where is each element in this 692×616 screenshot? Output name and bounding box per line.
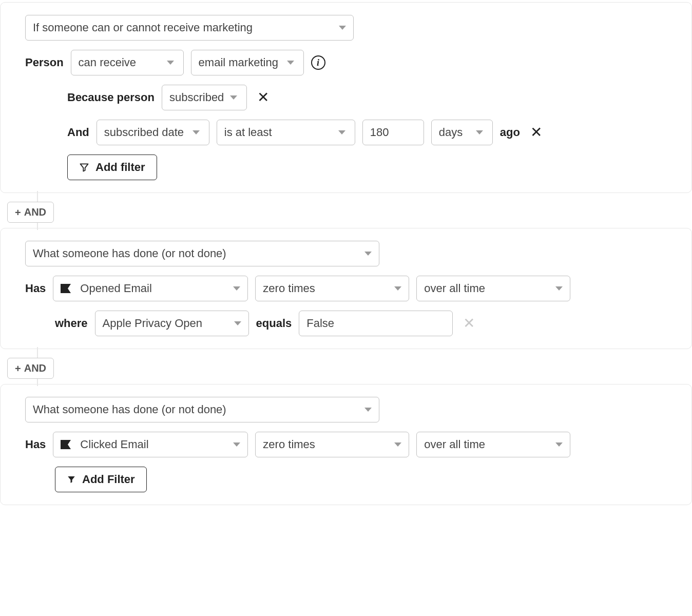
- flag-icon: [61, 440, 72, 449]
- and-connector-button[interactable]: + AND: [7, 358, 54, 379]
- date-unit-select[interactable]: days: [431, 120, 493, 145]
- chevron-down-icon: [339, 26, 346, 30]
- metric-value: Clicked Email: [80, 438, 148, 451]
- count-select[interactable]: zero times: [255, 432, 409, 457]
- add-filter-label: Add filter: [95, 161, 145, 174]
- add-filter-label: Add Filter: [82, 473, 135, 486]
- and-label: AND: [24, 362, 46, 374]
- where-op-label: equals: [256, 317, 292, 330]
- where-value-text: False: [306, 317, 334, 330]
- chevron-down-icon: [230, 95, 237, 100]
- timeframe-value: over all time: [424, 438, 485, 451]
- connector-2: + AND: [37, 351, 692, 382]
- condition-type-label: If someone can or cannot receive marketi…: [33, 21, 253, 34]
- date-unit-value: days: [439, 126, 463, 139]
- date-comparator-value: is at least: [224, 126, 272, 139]
- because-select[interactable]: subscribed: [162, 85, 247, 110]
- channel-select[interactable]: email marketing: [191, 50, 304, 75]
- person-label: Person: [25, 56, 64, 69]
- ago-label: ago: [500, 126, 520, 139]
- chevron-down-icon: [233, 442, 240, 447]
- where-field-value: Apple Privacy Open: [103, 317, 202, 330]
- plus-icon: +: [15, 363, 21, 374]
- chevron-down-icon: [364, 408, 372, 412]
- flag-icon: [61, 284, 72, 293]
- chevron-down-icon: [555, 442, 563, 447]
- filter-block-1: If someone can or cannot receive marketi…: [0, 2, 692, 193]
- has-label: Has: [25, 438, 46, 451]
- remove-date-button[interactable]: ✕: [527, 125, 545, 140]
- metric-select[interactable]: Clicked Email: [53, 432, 248, 457]
- chevron-down-icon: [233, 286, 240, 291]
- add-filter-button[interactable]: Add Filter: [55, 467, 147, 492]
- remove-because-button[interactable]: ✕: [254, 90, 272, 105]
- chevron-down-icon: [234, 321, 241, 325]
- because-value: subscribed: [169, 91, 224, 104]
- count-value: zero times: [263, 438, 315, 451]
- where-value-input[interactable]: False: [299, 311, 453, 336]
- and-label: AND: [24, 206, 46, 218]
- has-label: Has: [25, 282, 46, 295]
- chevron-down-icon: [167, 61, 174, 65]
- filter-block-2: What someone has done (or not done) Has …: [0, 228, 692, 349]
- chevron-down-icon: [394, 286, 401, 291]
- where-label: where: [55, 317, 88, 330]
- metric-select[interactable]: Opened Email: [53, 276, 248, 301]
- condition-type-select[interactable]: If someone can or cannot receive marketi…: [25, 15, 354, 41]
- filter-icon: [79, 162, 89, 172]
- date-field-select[interactable]: subscribed date: [97, 120, 209, 145]
- chevron-down-icon: [287, 61, 294, 65]
- chevron-down-icon: [476, 130, 483, 134]
- timeframe-select[interactable]: over all time: [416, 432, 570, 457]
- timeframe-value: over all time: [424, 282, 485, 295]
- because-label: Because person: [67, 91, 155, 104]
- channel-value: email marketing: [199, 56, 278, 69]
- filter-icon: [67, 475, 76, 484]
- timeframe-select[interactable]: over all time: [416, 276, 570, 301]
- chevron-down-icon: [338, 130, 345, 134]
- chevron-down-icon: [193, 130, 200, 134]
- connector-1: + AND: [37, 195, 692, 226]
- filter-block-3: What someone has done (or not done) Has …: [0, 384, 692, 505]
- date-comparator-select[interactable]: is at least: [217, 120, 355, 145]
- plus-icon: +: [15, 207, 21, 218]
- date-field-value: subscribed date: [104, 126, 184, 139]
- condition-type-select[interactable]: What someone has done (or not done): [25, 241, 379, 266]
- where-field-select[interactable]: Apple Privacy Open: [95, 311, 249, 336]
- chevron-down-icon: [394, 442, 401, 447]
- date-value-input[interactable]: 180: [362, 120, 424, 145]
- and-connector-button[interactable]: + AND: [7, 202, 54, 223]
- remove-where-button[interactable]: ✕: [460, 316, 478, 331]
- date-value-text: 180: [370, 126, 389, 139]
- and-sub-label: And: [67, 126, 89, 139]
- info-icon[interactable]: i: [311, 55, 325, 70]
- count-value: zero times: [263, 282, 315, 295]
- count-select[interactable]: zero times: [255, 276, 409, 301]
- add-filter-button[interactable]: Add filter: [67, 155, 157, 180]
- can-receive-value: can receive: [79, 56, 137, 69]
- metric-value: Opened Email: [80, 282, 151, 295]
- condition-type-label: What someone has done (or not done): [33, 247, 226, 260]
- chevron-down-icon: [364, 252, 372, 256]
- can-receive-select[interactable]: can receive: [71, 50, 184, 75]
- condition-type-label: What someone has done (or not done): [33, 403, 226, 416]
- chevron-down-icon: [555, 286, 563, 291]
- condition-type-select[interactable]: What someone has done (or not done): [25, 397, 379, 422]
